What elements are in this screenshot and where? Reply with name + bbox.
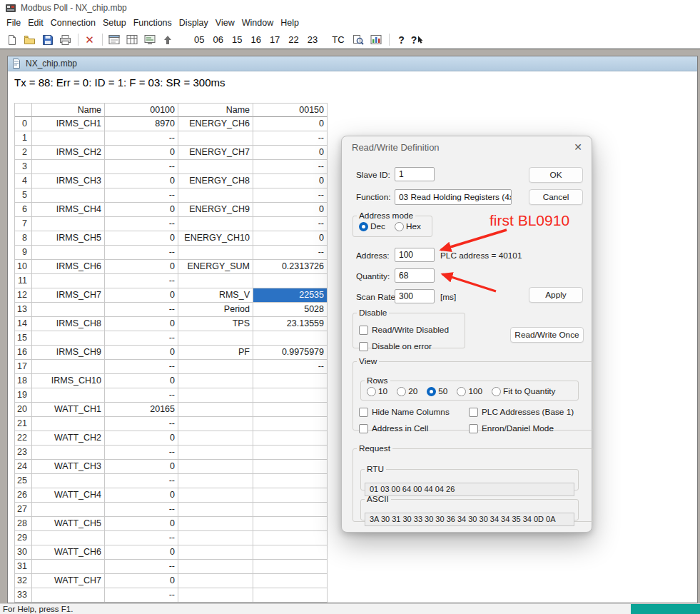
grid-cell[interactable]: 0 (105, 146, 178, 160)
rows-option-50[interactable]: 50 (427, 386, 447, 396)
menu-item-functions[interactable]: Functions (130, 16, 176, 31)
grid-cell[interactable]: 0 (105, 203, 178, 217)
grid-cell[interactable]: WATT_CH2 (32, 431, 105, 446)
menu-item-display[interactable]: Display (176, 16, 212, 31)
grid-cell[interactable]: -- (253, 188, 328, 203)
rows-option-fit-to-quantity[interactable]: Fit to Quantity (492, 386, 555, 396)
grid-cell[interactable]: 20165 (105, 403, 178, 417)
grid-cell[interactable] (253, 431, 328, 446)
grid-cell[interactable]: 0 (253, 117, 328, 131)
grid-cell[interactable] (253, 588, 328, 603)
close-icon[interactable]: ✕ (574, 141, 582, 153)
grid-cell[interactable]: 8970 (105, 117, 178, 131)
grid-cell[interactable]: 0 (105, 231, 178, 246)
grid-cell[interactable] (253, 503, 328, 517)
grid-cell[interactable]: -- (253, 217, 328, 231)
grid-cell[interactable]: 0.9975979 (253, 346, 328, 360)
grid-cell[interactable] (178, 417, 253, 431)
new-file-button[interactable] (4, 33, 20, 47)
grid-cell[interactable] (32, 217, 105, 231)
grid-cell[interactable] (253, 331, 328, 346)
grid-cell[interactable]: -- (105, 417, 178, 431)
grid-cell[interactable] (178, 131, 253, 146)
grid-cell[interactable]: WATT_CH3 (32, 460, 105, 474)
function-code-15-button[interactable]: 15 (230, 34, 243, 45)
grid-cell[interactable]: 0 (253, 146, 328, 160)
arrow-up-icon[interactable] (159, 33, 176, 47)
grid-cell[interactable]: 0 (105, 517, 178, 531)
grid-cell[interactable]: -- (105, 188, 178, 203)
scan-rate-input[interactable]: 300 (395, 289, 435, 303)
grid-cell[interactable] (178, 331, 253, 346)
grid-cell[interactable]: -- (105, 503, 178, 517)
grid-cell[interactable] (178, 560, 253, 574)
hide-name-columns-checkbox[interactable]: Hide Name Columns (359, 407, 469, 417)
grid-cell[interactable] (32, 446, 105, 460)
function-code-17-button[interactable]: 17 (268, 34, 281, 45)
grid-cell[interactable] (32, 360, 105, 374)
grid-cell[interactable]: WATT_CH1 (32, 403, 105, 417)
grid-cell[interactable]: -- (253, 160, 328, 174)
find-button[interactable] (350, 33, 367, 47)
grid-cell[interactable]: IRMS_CH4 (32, 203, 105, 217)
rows-option-10[interactable]: 10 (367, 386, 387, 396)
grid-cell[interactable] (253, 388, 328, 403)
grid-cell[interactable]: 0 (253, 203, 328, 217)
grid-cell[interactable] (178, 188, 253, 203)
rows-option-100[interactable]: 100 (457, 386, 482, 396)
grid-cell[interactable] (178, 531, 253, 545)
menu-item-edit[interactable]: Edit (24, 16, 47, 31)
grid-cell[interactable]: -- (105, 588, 178, 603)
grid-cell[interactable]: -- (105, 303, 178, 317)
cancel-button[interactable]: Cancel (529, 189, 583, 205)
grid-cell[interactable]: IRMS_CH3 (32, 174, 105, 188)
context-help-button[interactable]: ? (411, 33, 424, 47)
open-file-button[interactable] (21, 33, 38, 47)
grid-cell[interactable] (178, 446, 253, 460)
grid-cell[interactable] (253, 474, 328, 488)
grid-cell[interactable]: ENERGY_CH6 (178, 117, 253, 131)
grid-cell[interactable] (178, 431, 253, 446)
grid-cell[interactable]: IRMS_CH9 (32, 346, 105, 360)
print-button[interactable] (57, 33, 73, 47)
plc-addresses-base-1-checkbox[interactable]: PLC Addresses (Base 1) (469, 407, 574, 417)
grid-cell[interactable]: -- (105, 560, 178, 574)
grid-cell[interactable]: ENERGY_SUM (178, 260, 253, 274)
read-write-once-button[interactable]: Read/Write Once (510, 327, 584, 343)
grid-cell[interactable] (32, 160, 105, 174)
grid-cell[interactable] (32, 246, 105, 260)
grid-cell[interactable]: 0 (105, 488, 178, 503)
grid-cell[interactable] (178, 474, 253, 488)
grid-cell[interactable]: -- (105, 446, 178, 460)
grid-cell[interactable] (178, 517, 253, 531)
disable-on-error-checkbox[interactable]: Disable on error (359, 341, 449, 351)
grid-cell[interactable] (178, 574, 253, 588)
grid-cell[interactable] (253, 531, 328, 545)
title-bar[interactable]: Modbus Poll - NX_chip.mbp (0, 0, 700, 16)
grid-cell[interactable] (32, 560, 105, 574)
grid-cell[interactable]: 0 (105, 374, 178, 388)
function-code-05-button[interactable]: 05 (193, 34, 206, 45)
grid-cell[interactable]: 0 (105, 174, 178, 188)
grid-cell[interactable] (253, 417, 328, 431)
menu-item-window[interactable]: Window (238, 16, 277, 31)
grid-cell[interactable] (253, 560, 328, 574)
grid-cell[interactable]: 0 (105, 288, 178, 303)
grid-cell[interactable]: -- (105, 331, 178, 346)
grid-cell[interactable]: -- (105, 474, 178, 488)
address-mode-option-hex[interactable]: Hex (395, 221, 421, 231)
grid-cell[interactable]: 0 (253, 174, 328, 188)
grid-cell[interactable] (32, 274, 105, 288)
grid-cell[interactable]: 0 (105, 346, 178, 360)
grid-cell[interactable]: PF (178, 346, 253, 360)
grid-cell[interactable] (178, 360, 253, 374)
grid-cell[interactable]: WATT_CH6 (32, 545, 105, 560)
address-in-cell-checkbox[interactable]: Address in Cell (359, 423, 469, 433)
slave-id-input[interactable]: 1 (395, 167, 435, 181)
grid-cell[interactable] (178, 488, 253, 503)
grid-cell[interactable] (178, 588, 253, 603)
grid-cell[interactable]: -- (105, 388, 178, 403)
menu-item-file[interactable]: File (3, 16, 24, 31)
grid-cell[interactable] (32, 303, 105, 317)
grid-cell[interactable] (178, 246, 253, 260)
